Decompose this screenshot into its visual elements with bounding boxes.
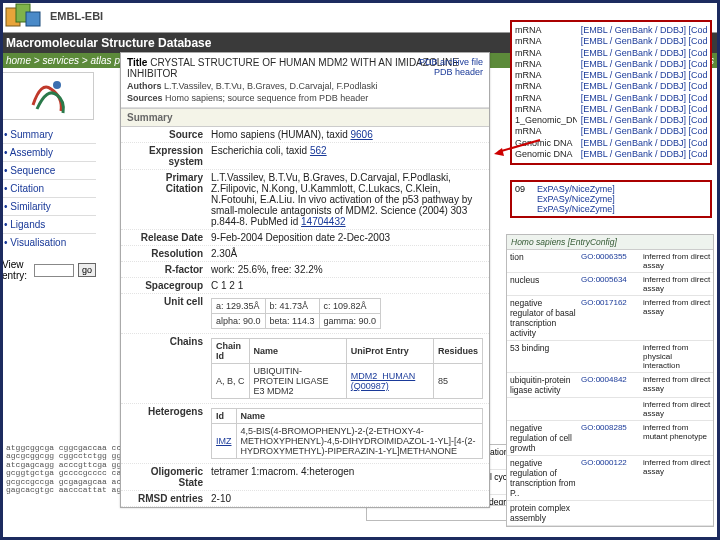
chains-h3: Residues [433, 339, 482, 364]
go-id-link[interactable]: GO:0004842 [579, 373, 641, 397]
het-h0: Id [212, 409, 237, 424]
het-id-a[interactable]: IMZ [216, 436, 232, 446]
go-row: protein complex assembly [507, 501, 713, 526]
go-evidence: inferred from direct assay [641, 373, 713, 397]
row-cit-k: Primary Citation [127, 172, 211, 227]
sources-value: Homo sapiens; source sequence from PDB h… [165, 93, 368, 103]
dbref-row[interactable]: mRNA[EMBL / GenBank / DDBJ] [Coding Sequ… [515, 126, 707, 137]
taxid-ecoli-link[interactable]: 562 [310, 145, 327, 156]
go-evidence: inferred from direct assay [641, 398, 713, 420]
heterogens-table: Id Name IMZ 4,5-BIS(4-BROMOPHENYL)-2-(2-… [211, 408, 483, 459]
go-id-link[interactable]: GO:0006355 [579, 250, 641, 272]
go-row: negative regulation of transcription fro… [507, 456, 713, 501]
authors-label: Authors [127, 81, 162, 91]
het-id-link[interactable]: IMZ [212, 424, 237, 459]
dbref-type: mRNA [515, 59, 577, 70]
olig-k: Oligomeric State [127, 466, 211, 488]
go-id-link[interactable] [579, 501, 641, 525]
go-id-link[interactable]: GO:0000122 [579, 456, 641, 500]
dbref-type: 1_Genomic_DNA [515, 115, 577, 126]
pdb-header-link[interactable]: PDB header [419, 67, 483, 77]
callout-arrow-icon [492, 136, 542, 156]
go-id-link[interactable] [579, 341, 641, 372]
go-evidence: inferred from direct assay [641, 273, 713, 295]
dbref-type: mRNA [515, 93, 577, 104]
go-term: negative regulation of cell growth [507, 421, 579, 455]
dbref-link[interactable]: [EMBL / GenBank / DDBJ] [Coding Sequence… [581, 138, 707, 149]
uniprot-link[interactable]: MDM2_HUMAN (Q00987) [346, 364, 433, 399]
go-evidence: inferred from mutant phenotype [641, 421, 713, 455]
go-term: negative regulator of basal transcriptio… [507, 296, 579, 340]
chains-c0: A, B, C [212, 364, 250, 399]
chains-c1: UBIQUITIN-PROTEIN LIGASE E3 MDM2 [249, 364, 346, 399]
nmr-v: 2-10 [211, 493, 483, 504]
uniprot-link-a[interactable]: MDM2_HUMAN (Q00987) [351, 371, 416, 391]
sources-label: Sources [127, 93, 163, 103]
go-term: nucleus [507, 273, 579, 295]
dbref-type: mRNA [515, 81, 577, 92]
dbref-row[interactable]: 1_Genomic_DNA[EMBL / GenBank / DDBJ] [Co… [515, 115, 707, 126]
enzyme-row[interactable]: 09ExPASy/NiceZyme] [515, 184, 707, 194]
dbref-link[interactable]: [EMBL / GenBank / DDBJ] [Coding Sequence… [581, 81, 707, 92]
dbref-link[interactable]: [EMBL / GenBank / DDBJ] [Coding Sequence… [581, 48, 707, 59]
enzyme-row[interactable]: ExPASy/NiceZyme] [515, 194, 707, 204]
dbref-link[interactable]: [EMBL / GenBank / DDBJ] [Coding Sequence… [581, 59, 707, 70]
row-date-k: Release Date [127, 232, 211, 243]
dbref-row[interactable]: mRNA[EMBL / GenBank / DDBJ] [Coding Sequ… [515, 70, 707, 81]
row-rfac-v: work: 25.6%, free: 32.2% [211, 264, 483, 275]
dbref-row[interactable]: mRNA[EMBL / GenBank / DDBJ] [Coding Sequ… [515, 104, 707, 115]
dbref-row[interactable]: mRNA[EMBL / GenBank / DDBJ] [Coding Sequ… [515, 59, 707, 70]
dbref-row[interactable]: mRNA[EMBL / GenBank / DDBJ] [Coding Sequ… [515, 93, 707, 104]
row-res-k: Resolution [127, 248, 211, 259]
enzyme-idx: 09 [515, 184, 533, 194]
row-sg-k: Spacegroup [127, 280, 211, 291]
dbref-link[interactable]: [EMBL / GenBank / DDBJ] [Coding Sequence… [581, 149, 707, 160]
chains-table: Chain Id Name UniProt Entry Residues A, … [211, 338, 483, 399]
enzyme-link[interactable]: ExPASy/NiceZyme] [537, 184, 707, 194]
enzyme-idx [515, 194, 533, 204]
pdb-archive-link[interactable]: PDB archive file [419, 57, 483, 67]
dbref-link[interactable]: [EMBL / GenBank / DDBJ] [Coding Sequence… [581, 126, 707, 137]
enzyme-link[interactable]: ExPASy/NiceZyme] [537, 194, 707, 204]
dbref-row[interactable]: Genomic DNA[EMBL / GenBank / DDBJ] [Codi… [515, 149, 707, 160]
go-term: 53 binding [507, 341, 579, 372]
row-expr-v: Escherichia coli, taxid [211, 145, 310, 156]
go-term: protein complex assembly [507, 501, 579, 525]
het-label: Heterogens [127, 406, 211, 461]
enzyme-link[interactable]: ExPASy/NiceZyme] [537, 204, 707, 214]
dbref-link[interactable]: [EMBL / GenBank / DDBJ] [Coding Sequence… [581, 25, 707, 36]
go-evidence: inferred from direct assay [641, 250, 713, 272]
go-table-header: Homo sapiens [EntryConfig] [507, 235, 713, 250]
uc-beta: beta: 114.3 [265, 314, 319, 329]
dbref-link[interactable]: [EMBL / GenBank / DDBJ] [Coding Sequence… [581, 93, 707, 104]
dbref-link[interactable]: [EMBL / GenBank / DDBJ] [Coding Sequence… [581, 115, 707, 126]
go-row: negative regulator of basal transcriptio… [507, 296, 713, 341]
dbref-row[interactable]: Genomic DNA[EMBL / GenBank / DDBJ] [Codi… [515, 138, 707, 149]
chains-label: Chains [127, 336, 211, 401]
dbref-link[interactable]: [EMBL / GenBank / DDBJ] [Coding Sequence… [581, 104, 707, 115]
dbref-link[interactable]: [EMBL / GenBank / DDBJ] [Coding Sequence… [581, 70, 707, 81]
title-label: Title [127, 57, 147, 68]
pubmed-link[interactable]: 14704432 [301, 216, 346, 227]
taxid-human-link[interactable]: 9606 [350, 129, 372, 140]
go-id-link[interactable]: GO:0017162 [579, 296, 641, 340]
dbref-row[interactable]: mRNA[EMBL / GenBank / DDBJ] [Coding Sequ… [515, 48, 707, 59]
dbref-row[interactable]: mRNA[EMBL / GenBank / DDBJ] [Coding Sequ… [515, 25, 707, 36]
go-evidence: inferred from physical interaction [641, 341, 713, 372]
enzyme-row[interactable]: ExPASy/NiceZyme] [515, 204, 707, 214]
olig-v: tetramer 1:macrom. 4:heterogen [211, 466, 483, 488]
chains-c3: 85 [433, 364, 482, 399]
go-id-link[interactable] [579, 398, 641, 420]
go-row: tionGO:0006355inferred from direct assay [507, 250, 713, 273]
go-id-link[interactable]: GO:0008285 [579, 421, 641, 455]
row-rfac-k: R-factor [127, 264, 211, 275]
go-term [507, 398, 579, 420]
summary-heading: Summary [121, 108, 489, 127]
dbref-row[interactable]: mRNA[EMBL / GenBank / DDBJ] [Coding Sequ… [515, 36, 707, 47]
authors-value: L.T.Vassilev, B.T.Vu, B.Graves, D.Carvaj… [164, 81, 377, 91]
dbref-link[interactable]: [EMBL / GenBank / DDBJ] [Coding Sequence… [581, 36, 707, 47]
dbref-row[interactable]: mRNA[EMBL / GenBank / DDBJ] [Coding Sequ… [515, 81, 707, 92]
go-id-link[interactable]: GO:0005634 [579, 273, 641, 295]
go-term: tion [507, 250, 579, 272]
go-term: ubiquitin-protein ligase activity [507, 373, 579, 397]
